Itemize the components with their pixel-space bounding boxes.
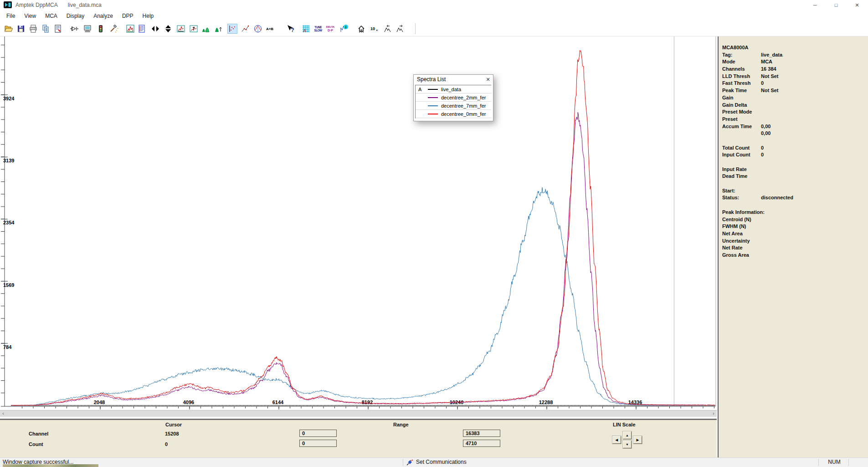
spectrum-color-line bbox=[428, 97, 438, 98]
cursor-range-panel: Cursor Range LIN Scale Channel Count 152… bbox=[0, 419, 717, 457]
svg-text:2048: 2048 bbox=[94, 400, 105, 405]
range-channel-low-input[interactable]: 0 bbox=[299, 430, 337, 437]
diode-icon[interactable] bbox=[69, 24, 79, 34]
info-label: Peak Information: bbox=[722, 209, 761, 216]
roi-chart-icon[interactable] bbox=[125, 24, 135, 34]
acquisition-pc-icon[interactable] bbox=[82, 24, 92, 34]
scale-down-button[interactable]: ▼ bbox=[623, 441, 632, 448]
status-action[interactable]: Set Communications bbox=[416, 459, 467, 465]
peak-shift-right-icon[interactable] bbox=[395, 24, 405, 34]
scale-left-button[interactable]: ◀ bbox=[612, 436, 621, 444]
svg-text:2354: 2354 bbox=[3, 220, 15, 225]
info-label: Peak Time bbox=[722, 87, 761, 94]
data-log-icon[interactable] bbox=[137, 24, 147, 34]
menu-help[interactable]: Help bbox=[138, 11, 159, 21]
start-stop-icon[interactable] bbox=[96, 24, 106, 34]
line-display-icon[interactable] bbox=[240, 24, 250, 34]
svg-text:4096: 4096 bbox=[183, 400, 194, 405]
info-label: Total Count bbox=[722, 145, 761, 152]
title-bar: Amptek DppMCAlive_data.mca ─ □ ✕ bbox=[0, 0, 868, 10]
dialog-title-bar[interactable]: Spectra List ✕ bbox=[414, 75, 493, 84]
info-row: Net Rate bbox=[722, 244, 868, 252]
expand-horizontal-icon[interactable] bbox=[150, 24, 160, 34]
spectra-list-item[interactable]: Alive_data bbox=[416, 85, 491, 93]
tune-slow-icon[interactable]: TUNESLOW bbox=[313, 24, 323, 34]
spectra-list-item[interactable]: decentree_2mm_fer bbox=[416, 93, 491, 102]
scroll-right-arrow[interactable]: › bbox=[710, 410, 717, 417]
home-peaks-icon[interactable] bbox=[356, 24, 366, 34]
report-icon[interactable] bbox=[53, 24, 63, 34]
menu-dpp[interactable]: DPP bbox=[118, 11, 138, 21]
info-value: Not Set bbox=[761, 88, 779, 93]
svg-text:x: x bbox=[376, 29, 378, 31]
cursor-header: Cursor bbox=[165, 422, 182, 427]
svg-text:i: i bbox=[345, 25, 346, 29]
grid-peak-icon[interactable] bbox=[301, 24, 311, 34]
spectrum-curve-decentree_7mm_fer bbox=[11, 187, 715, 405]
linear-peaks-icon[interactable] bbox=[201, 24, 211, 34]
zoom-region-icon[interactable] bbox=[189, 24, 199, 34]
horizontal-scrollbar[interactable]: ‹ › bbox=[0, 410, 717, 417]
info-row: Dead Time bbox=[722, 173, 868, 180]
zoom-full-icon[interactable] bbox=[176, 24, 186, 34]
info-label: Gain Delta bbox=[722, 102, 761, 109]
dots-display-icon[interactable] bbox=[227, 24, 237, 34]
maximize-button[interactable]: □ bbox=[828, 0, 844, 10]
info-value: 0 bbox=[761, 152, 764, 157]
svg-text:D·P: D·P bbox=[328, 29, 333, 32]
menu-mca[interactable]: MCA bbox=[41, 11, 62, 21]
info-row: Net Area bbox=[722, 230, 868, 238]
menu-view[interactable]: View bbox=[20, 11, 41, 21]
log-scale-peak-icon[interactable] bbox=[213, 24, 223, 34]
menu-file[interactable]: File bbox=[2, 11, 20, 21]
mca-info-panel: MCA8000ATag:live_dataModeMCAChannels16 3… bbox=[718, 36, 868, 457]
dialog-title: Spectra List bbox=[414, 76, 483, 83]
ten-x-icon[interactable]: 10x bbox=[369, 24, 379, 34]
info-row: Tag:live_data bbox=[722, 52, 868, 59]
spectrum-plot[interactable]: 7841569235431393924204840966144819210240… bbox=[0, 36, 717, 410]
range-channel-high-input[interactable]: 16383 bbox=[463, 430, 500, 437]
info-row-blank bbox=[722, 180, 868, 187]
range-count-low-input[interactable]: 0 bbox=[299, 440, 337, 447]
spectra-list-item[interactable]: decentree_7mm_fer bbox=[416, 102, 491, 110]
menu-display[interactable]: Display bbox=[62, 11, 89, 21]
spectrum-name: decentree_2mm_fer bbox=[441, 95, 491, 100]
spectra-list-item[interactable]: decentree_0mm_fer bbox=[416, 110, 491, 118]
context-help-icon[interactable]: ? bbox=[286, 24, 296, 34]
spectrum-key: A bbox=[416, 87, 425, 92]
info-label: Input Count bbox=[722, 151, 761, 159]
open-file-icon[interactable] bbox=[4, 24, 14, 34]
minimize-button[interactable]: ─ bbox=[807, 0, 823, 10]
setup-wizard-icon[interactable] bbox=[109, 24, 119, 34]
spectrum-name: decentree_0mm_fer bbox=[441, 111, 491, 117]
scale-up-button[interactable]: ▲ bbox=[623, 431, 632, 439]
info-row: Total Count0 bbox=[722, 145, 868, 152]
print-icon[interactable] bbox=[28, 24, 38, 34]
spectra-list-dialog: Spectra List ✕ Alive_datadecentree_2mm_f… bbox=[413, 74, 493, 121]
close-button[interactable]: ✕ bbox=[849, 0, 865, 10]
info-label: FWHM (N) bbox=[722, 223, 761, 230]
delta-dpp-icon[interactable]: DELTAD·P bbox=[325, 24, 335, 34]
svg-text:?: ? bbox=[291, 27, 294, 33]
info-value: MCA bbox=[761, 59, 772, 64]
info-label: Accum Time bbox=[722, 123, 761, 130]
range-count-high-input[interactable]: 4710 bbox=[463, 440, 500, 447]
svg-text:DELTA: DELTA bbox=[326, 26, 335, 28]
sum-spectra-icon[interactable]: A+B bbox=[265, 24, 275, 34]
scroll-left-arrow[interactable]: ‹ bbox=[0, 410, 6, 417]
save-icon[interactable] bbox=[16, 24, 26, 34]
scale-right-button[interactable]: ▶ bbox=[633, 436, 642, 444]
info-value: disconnected bbox=[761, 195, 793, 200]
copy-icon[interactable] bbox=[41, 24, 51, 34]
menu-analyze[interactable]: Analyze bbox=[89, 11, 118, 21]
info-row: Channels16 384 bbox=[722, 66, 868, 73]
peak-shift-left-icon[interactable] bbox=[382, 24, 392, 34]
spectrum-chart-area[interactable]: 7841569235431393924204840966144819210240… bbox=[0, 36, 717, 419]
gaussian-fit-icon[interactable] bbox=[253, 24, 263, 34]
dialog-close-icon[interactable]: ✕ bbox=[483, 77, 493, 83]
scope-info-icon[interactable]: i bbox=[339, 24, 349, 34]
spectrum-name: live_data bbox=[441, 87, 491, 92]
expand-vertical-icon[interactable] bbox=[163, 24, 173, 34]
info-row-blank: 0,00 bbox=[722, 130, 868, 137]
info-row: Accum Time0,00 bbox=[722, 123, 868, 130]
